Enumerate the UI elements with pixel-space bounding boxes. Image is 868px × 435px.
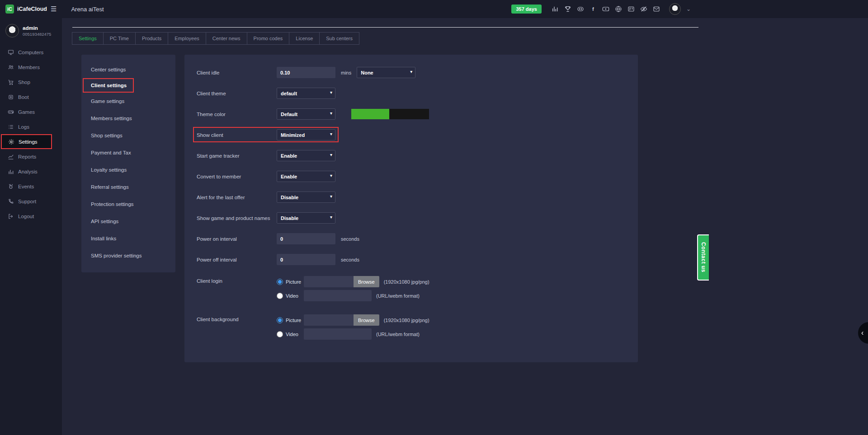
sidebar-item-label: Boot bbox=[18, 94, 29, 100]
client-idle-input[interactable] bbox=[277, 67, 335, 78]
client-login-browse-button[interactable]: Browse bbox=[354, 276, 379, 287]
svg-text:f: f bbox=[592, 6, 594, 12]
main-area: Settings PC Time Products Employees Cent… bbox=[62, 0, 868, 362]
client-login-video-radio[interactable] bbox=[277, 293, 283, 299]
sidebar-item-support[interactable]: Support bbox=[0, 194, 62, 209]
form-row-client-idle: Client idle mins None ▾ bbox=[197, 67, 638, 78]
client-background-video-input[interactable] bbox=[304, 328, 372, 340]
tab-sub-centers[interactable]: Sub centers bbox=[319, 32, 359, 45]
mail-icon[interactable] bbox=[653, 5, 660, 13]
sidebar-item-logout[interactable]: Logout bbox=[0, 209, 62, 224]
tab-employees[interactable]: Employees bbox=[168, 32, 206, 45]
form-row-show-client: Show client Minimized ▾ bbox=[197, 129, 638, 140]
client-login-video-input[interactable] bbox=[304, 290, 372, 301]
theme-color-select[interactable]: Default bbox=[277, 108, 335, 120]
sidebar-item-label: Reports bbox=[18, 154, 36, 159]
brand[interactable]: iC iCafeCloud bbox=[0, 5, 47, 14]
settings-nav-shop[interactable]: Shop settings bbox=[81, 127, 175, 144]
sidebar-item-games[interactable]: Games bbox=[0, 104, 62, 119]
settings-nav-loyalty[interactable]: Loyalty settings bbox=[81, 161, 175, 178]
sidebar-item-analysis[interactable]: Analysis bbox=[0, 164, 62, 179]
field-label: Client idle bbox=[197, 70, 277, 75]
user-avatar[interactable] bbox=[669, 3, 681, 15]
tab-settings[interactable]: Settings bbox=[72, 32, 104, 45]
sidebar-avatar bbox=[5, 24, 19, 37]
settings-nav-payment-tax[interactable]: Payment and Tax bbox=[81, 144, 175, 161]
client-background-browse-button[interactable]: Browse bbox=[354, 314, 379, 326]
phone-icon bbox=[8, 198, 14, 205]
sidebar-item-label: Settings bbox=[19, 139, 38, 145]
black-swatch bbox=[389, 109, 429, 119]
sidebar-item-shop[interactable]: Shop bbox=[0, 75, 62, 89]
tab-pc-time[interactable]: PC Time bbox=[103, 32, 136, 45]
field-label: Client background bbox=[197, 313, 277, 322]
convert-to-member-select[interactable]: Enable bbox=[277, 171, 335, 182]
power-off-interval-input[interactable] bbox=[277, 254, 335, 265]
settings-nav-referral[interactable]: Referral settings bbox=[81, 178, 175, 196]
field-label: Theme color bbox=[197, 112, 277, 117]
client-settings-form: Client idle mins None ▾ Client theme def… bbox=[184, 55, 638, 362]
discord-icon[interactable] bbox=[577, 5, 584, 13]
sidebar-item-settings[interactable]: Settings bbox=[1, 134, 52, 149]
radio-label: Video bbox=[286, 293, 304, 299]
trophy-icon[interactable] bbox=[564, 5, 571, 13]
client-background-picture-radio[interactable] bbox=[277, 317, 283, 323]
sidebar-item-reports[interactable]: Reports bbox=[0, 149, 62, 164]
unit-label: mins bbox=[341, 70, 351, 75]
client-theme-select[interactable]: default bbox=[277, 88, 335, 99]
form-row-power-off-interval: Power off interval seconds bbox=[197, 254, 638, 265]
field-label: Power off interval bbox=[197, 257, 277, 262]
client-background-video-radio[interactable] bbox=[277, 331, 283, 337]
sidebar-item-logs[interactable]: Logs bbox=[0, 119, 62, 134]
settings-nav-center[interactable]: Center settings bbox=[81, 61, 175, 78]
sidebar-user-block[interactable]: admin 005193482475 bbox=[0, 18, 62, 42]
settings-nav-protection[interactable]: Protection settings bbox=[81, 196, 175, 213]
contact-us-tab[interactable]: Contact us bbox=[697, 234, 709, 281]
alert-last-offer-select[interactable]: Disable bbox=[277, 192, 335, 203]
settings-nav-api[interactable]: API settings bbox=[81, 213, 175, 230]
settings-nav-client[interactable]: Client settings bbox=[83, 78, 134, 93]
settings-nav-game[interactable]: Game settings bbox=[81, 93, 175, 110]
tab-products[interactable]: Products bbox=[135, 32, 168, 45]
field-label: Show client bbox=[197, 132, 277, 138]
sidebar-item-computers[interactable]: Computers bbox=[0, 45, 62, 60]
sidebar-item-events[interactable]: Events bbox=[0, 179, 62, 194]
power-on-interval-input[interactable] bbox=[277, 233, 335, 244]
tab-promo-codes[interactable]: Promo codes bbox=[247, 32, 290, 45]
start-game-tracker-select[interactable]: Enable bbox=[277, 150, 335, 161]
client-background-picture-input[interactable] bbox=[304, 314, 354, 326]
youtube-icon[interactable] bbox=[602, 5, 609, 13]
members-icon bbox=[8, 64, 14, 70]
client-login-video-line: Video (URL/webm format) bbox=[277, 289, 429, 303]
form-row-start-game-tracker: Start game tracker Enable ▾ bbox=[197, 150, 638, 161]
picture-hint: (1920x1080 jpg/png) bbox=[384, 279, 429, 285]
settings-nav-members[interactable]: Members settings bbox=[81, 110, 175, 127]
tab-bar: Settings PC Time Products Employees Cent… bbox=[72, 32, 868, 45]
client-login-picture-radio[interactable] bbox=[277, 279, 283, 285]
stats-icon[interactable] bbox=[552, 5, 559, 13]
id-card-icon[interactable] bbox=[627, 5, 635, 13]
form-row-convert-to-member: Convert to member Enable ▾ bbox=[197, 171, 638, 182]
sidebar-item-boot[interactable]: Boot bbox=[0, 89, 62, 104]
tab-center-news[interactable]: Center news bbox=[206, 32, 247, 45]
topbar-right: 357 days f ⌄ bbox=[511, 3, 691, 15]
analysis-icon bbox=[8, 168, 14, 175]
client-login-picture-input[interactable] bbox=[304, 276, 354, 287]
chevron-down-icon[interactable]: ⌄ bbox=[686, 6, 691, 12]
video-hint: (URL/webm format) bbox=[376, 293, 420, 299]
show-game-product-names-select[interactable]: Disable bbox=[277, 212, 335, 224]
settings-nav-sms-provider[interactable]: SMS provider settings bbox=[81, 247, 175, 264]
license-days-badge[interactable]: 357 days bbox=[511, 5, 541, 14]
sidebar-item-label: Logout bbox=[18, 214, 34, 219]
globe-icon[interactable] bbox=[615, 5, 622, 13]
facebook-icon[interactable]: f bbox=[590, 5, 597, 13]
field-label: Alert for the last offer bbox=[197, 195, 277, 200]
hamburger-menu-icon[interactable]: ☰ bbox=[51, 5, 57, 13]
settings-nav-install-links[interactable]: Install links bbox=[81, 230, 175, 247]
show-client-select[interactable]: Minimized bbox=[277, 129, 335, 140]
page-title: Arena aiTest bbox=[71, 6, 104, 13]
client-idle-action-select[interactable]: None bbox=[357, 67, 415, 78]
sidebar-item-members[interactable]: Members bbox=[0, 60, 62, 75]
eye-slash-icon[interactable] bbox=[640, 5, 647, 13]
tab-license[interactable]: License bbox=[289, 32, 320, 45]
